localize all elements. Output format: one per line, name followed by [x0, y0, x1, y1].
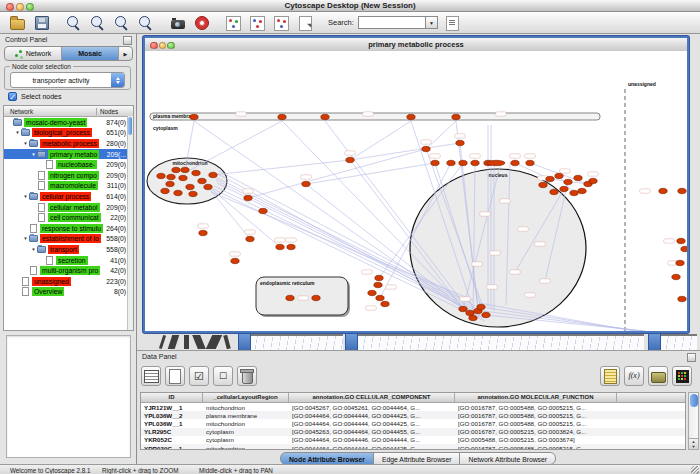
- select-attributes-button[interactable]: ☑: [189, 366, 209, 386]
- graph-node[interactable]: [681, 246, 687, 251]
- graph-node[interactable]: [286, 295, 294, 300]
- table-row[interactable]: YKR052Ccytoplasm[GO:0044464, GO:0044446,…: [141, 436, 685, 444]
- graph-node[interactable]: [659, 188, 667, 193]
- network-view-window[interactable]: primary metabolic process plasma membran…: [143, 36, 689, 333]
- tab-mosaic[interactable]: Mosaic: [62, 47, 119, 60]
- graph-node[interactable]: [546, 176, 554, 181]
- graph-node[interactable]: [487, 160, 505, 165]
- search-options-button[interactable]: [443, 13, 462, 32]
- tree-row[interactable]: cellular metabol209(0): [4, 202, 133, 213]
- search-dropdown-button[interactable]: ▼: [426, 16, 438, 29]
- graph-node[interactable]: [368, 290, 376, 295]
- graph-node[interactable]: [375, 275, 383, 280]
- table-col-header[interactable]: annotation.GO CELLULAR_COMPONENT: [289, 393, 455, 402]
- graph-node[interactable]: [244, 195, 252, 200]
- graph-node[interactable]: [407, 114, 415, 119]
- graph-node[interactable]: [278, 114, 286, 119]
- data-panel-float-icon[interactable]: [687, 353, 696, 362]
- expander-icon[interactable]: ▼: [22, 236, 29, 241]
- select-nodes-checkbox[interactable]: ✓: [8, 92, 17, 101]
- table-row[interactable]: YDR039C__1mitochondrion[GO:0044464, GO:0…: [141, 444, 685, 450]
- graph-node[interactable]: [287, 244, 295, 249]
- graph-node[interactable]: [477, 304, 485, 309]
- graph-node[interactable]: [555, 173, 563, 178]
- tree-row[interactable]: ▼metabolic process280(0): [4, 138, 133, 149]
- graph-node[interactable]: [456, 140, 464, 145]
- zoom-fit-button[interactable]: ◻: [112, 13, 131, 32]
- delete-attribute-button[interactable]: [237, 366, 257, 386]
- graph-node[interactable]: [192, 170, 200, 175]
- tree-row[interactable]: nitrogen compo209(0): [4, 170, 133, 181]
- expander-icon[interactable]: ▼: [14, 130, 21, 135]
- graph-node[interactable]: [161, 188, 169, 193]
- tree-row[interactable]: ▼transport558(0): [4, 244, 133, 255]
- graph-node[interactable]: [560, 186, 568, 191]
- graph-node[interactable]: [422, 146, 430, 151]
- show-table-button[interactable]: [141, 366, 161, 386]
- annotation-button[interactable]: [296, 13, 315, 32]
- tree-scrollbar-thumb[interactable]: [128, 117, 132, 135]
- graph-node[interactable]: [511, 160, 519, 165]
- graph-node[interactable]: [204, 184, 212, 189]
- zoom-in-button[interactable]: +: [88, 13, 107, 32]
- attribute-list-button[interactable]: [600, 366, 620, 386]
- tab-overflow-button[interactable]: ▶: [119, 47, 132, 60]
- tree-row[interactable]: macromolecule311(0): [4, 181, 133, 192]
- node-color-dropdown[interactable]: transporter activity: [10, 72, 125, 88]
- graph-node[interactable]: [172, 167, 180, 172]
- open-file-button[interactable]: [8, 13, 27, 32]
- graph-node[interactable]: [381, 301, 389, 306]
- matrix-view-button[interactable]: [672, 366, 692, 386]
- tree-row[interactable]: cell communicat22(0): [4, 212, 133, 223]
- new-attribute-button[interactable]: [165, 366, 185, 386]
- tab-network[interactable]: Network: [5, 47, 62, 60]
- graph-node[interactable]: [198, 178, 206, 183]
- tree-col-network[interactable]: Network: [4, 108, 96, 115]
- table-scrollbar-arrows[interactable]: ▲▼: [689, 438, 698, 449]
- graph-node[interactable]: [466, 310, 474, 315]
- graph-node[interactable]: [157, 173, 165, 178]
- expander-icon[interactable]: ▼: [22, 141, 29, 146]
- graph-node[interactable]: [482, 312, 490, 317]
- network-graph[interactable]: plasma membranecytoplasmnucleusmitochond…: [145, 51, 687, 331]
- tree-row[interactable]: mosaic-demo-yeast874(0): [4, 117, 133, 128]
- graph-node[interactable]: [181, 167, 189, 172]
- graph-node[interactable]: [459, 306, 467, 311]
- tree-row[interactable]: unassigned223(0): [4, 276, 133, 287]
- graph-node[interactable]: [550, 189, 558, 194]
- graph-node[interactable]: [676, 260, 684, 265]
- graph-node[interactable]: [376, 295, 384, 300]
- tree-row[interactable]: ▼establishment of lo558(0): [4, 234, 133, 245]
- tree-scrollbar[interactable]: [127, 116, 133, 330]
- resize-grip[interactable]: [691, 466, 699, 474]
- table-row[interactable]: YPL036W__2plasma membrane[GO:0044464, GO…: [141, 411, 685, 419]
- tree-row[interactable]: ▼primary metabo209(...: [4, 149, 133, 160]
- graph-node[interactable]: [190, 114, 198, 119]
- graph-node[interactable]: [312, 295, 320, 300]
- graph-node[interactable]: [678, 296, 686, 301]
- graph-node[interactable]: [179, 175, 187, 180]
- table-scrollbar-thumb[interactable]: [690, 394, 698, 407]
- table-row[interactable]: YJR121W__1mitochondrion[GO:0045267, GO:0…: [141, 403, 685, 411]
- network-canvas[interactable]: plasma membranecytoplasmnucleusmitochond…: [145, 51, 687, 331]
- graph-node[interactable]: [452, 114, 460, 119]
- help-ring-button[interactable]: [192, 13, 211, 32]
- expander-icon[interactable]: ▼: [22, 194, 29, 199]
- graph-node[interactable]: [469, 315, 477, 320]
- table-row[interactable]: YPL036W__1mitochondrion[GO:0044464, GO:0…: [141, 419, 685, 427]
- graph-node[interactable]: [447, 160, 455, 165]
- network-c-button[interactable]: [272, 13, 291, 32]
- graph-node[interactable]: [199, 230, 207, 235]
- tree-row[interactable]: secretion41(0): [4, 255, 133, 266]
- graph-node[interactable]: [231, 258, 239, 263]
- graph-node[interactable]: [189, 191, 197, 196]
- graph-node[interactable]: [539, 182, 547, 187]
- tree-col-nodes[interactable]: Nodes: [96, 108, 133, 115]
- graph-node[interactable]: [471, 160, 479, 165]
- network-a-button[interactable]: [224, 13, 243, 32]
- tree-row[interactable]: Overview8(0): [4, 287, 133, 298]
- tree-row[interactable]: response to stimulu264(0): [4, 223, 133, 234]
- function-builder-button[interactable]: f(x): [624, 366, 644, 386]
- graph-node[interactable]: [167, 174, 175, 179]
- graph-node[interactable]: [302, 181, 310, 186]
